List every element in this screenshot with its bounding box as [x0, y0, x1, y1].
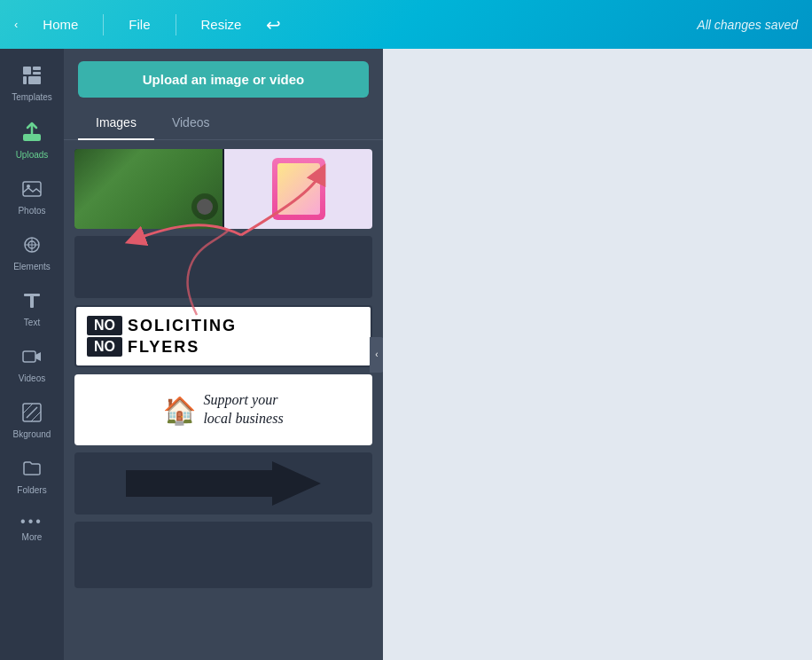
templates-icon [22, 66, 42, 89]
videos-label: Videos [19, 373, 45, 383]
tab-images[interactable]: Images [78, 106, 154, 140]
photos-icon [22, 179, 42, 202]
sidebar-item-more[interactable]: ••• More [0, 506, 64, 551]
sidebar-item-templates[interactable]: Templates [0, 57, 64, 111]
svg-rect-6 [23, 182, 41, 196]
save-status: All changes saved [697, 18, 798, 32]
support-text: Support yourlocal business [203, 391, 283, 428]
svg-rect-3 [23, 76, 27, 84]
list-item[interactable] [74, 522, 372, 588]
templates-label: Templates [12, 92, 52, 102]
collapse-icon: ‹ [375, 350, 378, 359]
tab-videos[interactable]: Videos [154, 106, 228, 140]
sign-box-no2: NO [87, 337, 122, 357]
nav-divider [103, 14, 104, 35]
elements-label: Elements [13, 262, 51, 271]
resize-button[interactable]: Resize [194, 13, 249, 35]
more-icon: ••• [20, 515, 43, 529]
photos-label: Photos [18, 206, 45, 216]
house-icon: 🏠 [163, 395, 196, 426]
background-icon [22, 403, 42, 426]
list-item[interactable] [74, 149, 372, 229]
upload-button[interactable]: Upload an image or video [78, 61, 369, 98]
image-grid: NO SOLICITING NO FLYERS 🏠 Support yourlo… [74, 149, 372, 588]
background-label: Bkground [13, 429, 51, 439]
sidebar-item-uploads[interactable]: Uploads [0, 113, 64, 169]
pink-device [272, 158, 325, 220]
list-item[interactable]: 🏠 Support yourlocal business [74, 374, 372, 445]
collage-right [224, 149, 372, 229]
list-item[interactable] [74, 236, 372, 298]
svg-rect-4 [28, 76, 41, 84]
collapse-panel-button[interactable]: ‹ [370, 337, 383, 373]
more-label: More [22, 532, 43, 542]
folders-label: Folders [17, 485, 46, 495]
folders-icon [22, 459, 42, 482]
upload-button-wrap: Upload an image or video [64, 49, 383, 106]
videos-icon [22, 347, 42, 370]
sign-box-no: NO [87, 316, 122, 335]
nav-divider-2 [176, 14, 176, 35]
home-button[interactable]: Home [35, 13, 85, 35]
tab-bar: Images Videos [64, 106, 383, 140]
elements-icon [22, 235, 42, 258]
main-layout: Templates Uploads Photos [0, 49, 812, 660]
sidebar-item-text[interactable]: Text [0, 282, 64, 336]
svg-rect-1 [33, 67, 41, 70]
canvas-area[interactable] [383, 49, 812, 660]
sign-soliciting-text: SOLICITING [128, 317, 237, 335]
sign-row-2: NO FLYERS [87, 337, 360, 357]
panel-content: NO SOLICITING NO FLYERS 🏠 Support yourlo… [64, 140, 383, 660]
uploads-icon [21, 122, 43, 146]
list-item[interactable]: NO SOLICITING NO FLYERS [74, 305, 372, 367]
undo-button[interactable]: ↩ [266, 14, 281, 35]
back-chevron: ‹ [14, 18, 18, 31]
list-item[interactable] [74, 452, 372, 515]
svg-rect-0 [23, 67, 31, 75]
sidebar-item-photos[interactable]: Photos [0, 170, 64, 224]
file-button[interactable]: File [121, 13, 157, 35]
sidebar-item-folders[interactable]: Folders [0, 450, 64, 504]
svg-rect-14 [23, 351, 35, 362]
topbar: ‹ Home File Resize ↩ All changes saved [0, 0, 812, 49]
sidebar-item-elements[interactable]: Elements [0, 226, 64, 280]
uploads-panel: Upload an image or video Images Videos [64, 49, 383, 660]
svg-rect-13 [30, 294, 34, 308]
sidebar-item-videos[interactable]: Videos [0, 338, 64, 392]
svg-rect-2 [33, 72, 41, 75]
text-icon [22, 291, 42, 314]
collage-left [74, 149, 223, 229]
sign-flyers-text: FLYERS [128, 338, 199, 357]
sign-row-1: NO SOLICITING [87, 316, 360, 335]
sidebar-item-background[interactable]: Bkground [0, 394, 64, 448]
arrow-shape [126, 461, 321, 506]
sidebar: Templates Uploads Photos [0, 49, 64, 660]
uploads-label: Uploads [16, 150, 49, 160]
text-label: Text [24, 318, 40, 327]
